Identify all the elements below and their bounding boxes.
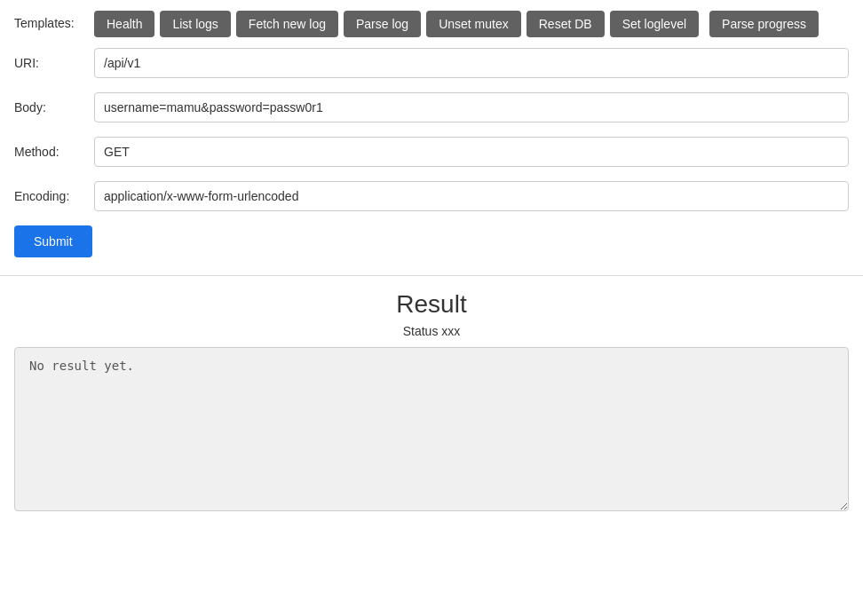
templates-section: Templates: Health List logs Fetch new lo… <box>0 0 863 48</box>
template-btn-set-loglevel[interactable]: Set loglevel <box>610 11 699 37</box>
template-btn-unset-mutex[interactable]: Unset mutex <box>426 11 521 37</box>
submit-button[interactable]: Submit <box>14 225 92 257</box>
template-btn-fetch-new-log[interactable]: Fetch new log <box>236 11 338 37</box>
method-row: Method: <box>14 137 849 167</box>
encoding-label: Encoding: <box>14 189 94 203</box>
result-section: Result Status xxx <box>0 290 863 514</box>
uri-label: URI: <box>14 56 94 70</box>
uri-row: URI: <box>14 48 849 78</box>
template-btn-parse-progress[interactable]: Parse progress <box>709 11 819 37</box>
result-textarea[interactable] <box>14 347 849 511</box>
body-row: Body: <box>14 92 849 122</box>
encoding-row: Encoding: <box>14 181 849 211</box>
templates-label: Templates: <box>14 11 94 30</box>
body-label: Body: <box>14 100 94 115</box>
result-title: Result <box>14 290 849 319</box>
body-input[interactable] <box>94 92 849 122</box>
divider <box>0 275 863 276</box>
method-label: Method: <box>14 145 94 159</box>
templates-buttons: Health List logs Fetch new log Parse log… <box>94 11 819 37</box>
encoding-input[interactable] <box>94 181 849 211</box>
form-section: URI: Body: Method: Encoding: Submit <box>0 48 863 272</box>
result-status: Status xxx <box>14 324 849 338</box>
template-btn-health[interactable]: Health <box>94 11 154 37</box>
uri-input[interactable] <box>94 48 849 78</box>
template-btn-reset-db[interactable]: Reset DB <box>527 11 605 37</box>
template-btn-parse-log[interactable]: Parse log <box>344 11 421 37</box>
method-input[interactable] <box>94 137 849 167</box>
template-btn-list-logs[interactable]: List logs <box>160 11 230 37</box>
